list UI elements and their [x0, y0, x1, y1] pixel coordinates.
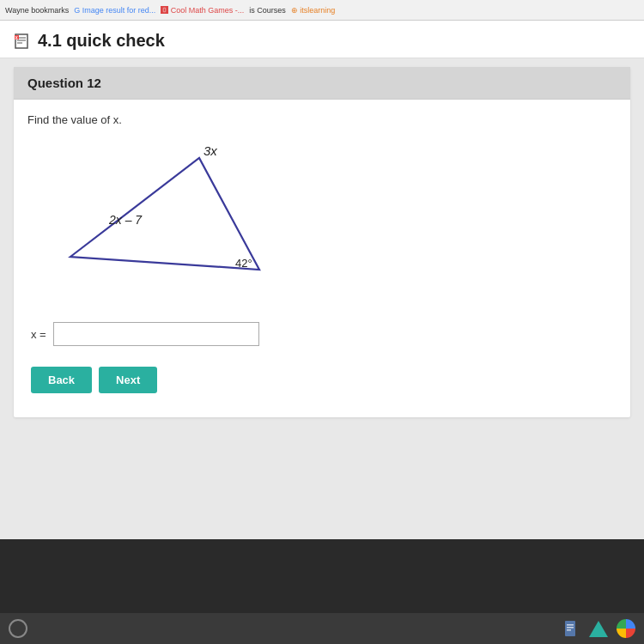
nav-courses: is Courses [249, 6, 286, 15]
svg-marker-6 [70, 158, 259, 270]
taskbar-right-icons [562, 619, 635, 638]
nav-bookmarks: Wayne bookmarks [5, 6, 69, 15]
taskbar-google-icon [617, 619, 635, 638]
question-body: Find the value of x. 3x 2x – 7 42° x = [14, 100, 630, 417]
svg-text:42°: 42° [235, 257, 252, 270]
nav-itslearning: ⊕ itslearning [291, 6, 336, 15]
nav-bar: Wayne bookmarks G Image result for red..… [0, 0, 644, 21]
question-header: Question 12 [14, 67, 630, 100]
back-button[interactable]: Back [31, 367, 92, 393]
answer-row: x = [27, 322, 617, 346]
taskbar-home-circle[interactable] [9, 619, 27, 638]
taskbar [0, 613, 644, 644]
svg-text:2x – 7: 2x – 7 [108, 213, 143, 227]
next-button[interactable]: Next [99, 367, 157, 393]
taskbar-triangle-icon [589, 621, 608, 637]
svg-text:3x: 3x [204, 143, 217, 158]
page-title: 4.1 quick check [38, 31, 165, 51]
taskbar-file-icon [562, 619, 580, 638]
button-row: Back Next [27, 363, 617, 404]
page-title-bar: X 4.1 quick check [0, 21, 644, 58]
question-card: Question 12 Find the value of x. 3x 2x –… [14, 67, 630, 417]
question-instruction: Find the value of x. [27, 113, 617, 126]
nav-coolmath: 🅾 Cool Math Games -... [161, 6, 244, 15]
question-number: Question 12 [27, 76, 101, 90]
main-content: Question 12 Find the value of x. 3x 2x –… [0, 58, 644, 539]
svg-rect-10 [565, 621, 575, 636]
svg-rect-13 [567, 629, 571, 631]
answer-label: x = [31, 328, 46, 341]
svg-rect-11 [567, 624, 574, 626]
triangle-diagram: 3x 2x – 7 42° [45, 137, 285, 308]
page-icon: X [14, 33, 31, 50]
svg-rect-12 [567, 627, 574, 629]
answer-input[interactable] [53, 322, 259, 346]
nav-google: G Image result for red... [74, 6, 155, 15]
